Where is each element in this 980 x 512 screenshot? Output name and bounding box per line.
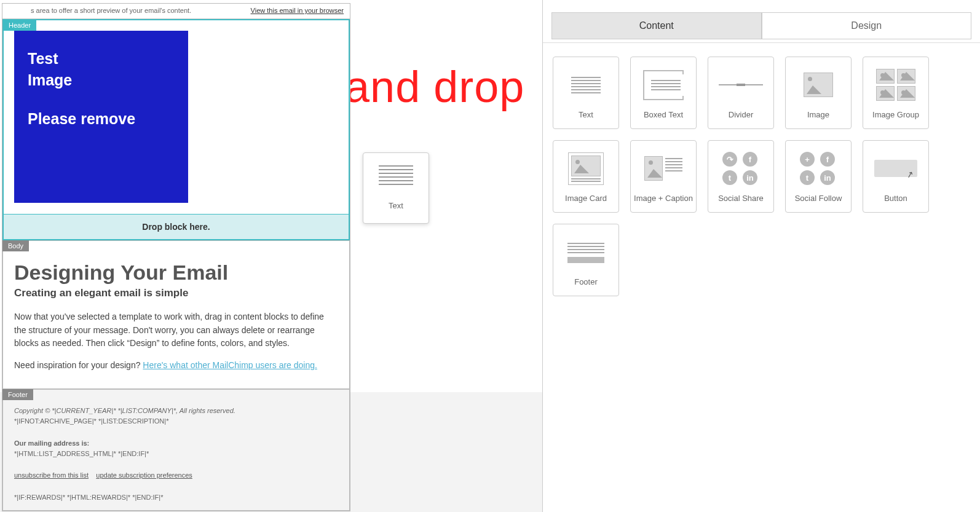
- header-section[interactable]: Header Test Image Please remove Drop blo…: [2, 19, 350, 240]
- email-preview-frame: s area to offer a short preview of your …: [2, 3, 350, 511]
- image-group-icon: [874, 65, 918, 105]
- block-image[interactable]: Image: [785, 57, 852, 129]
- footer-rewards: *|IF:REWARDS|* *|HTML:REWARDS|* *|END:IF…: [14, 492, 338, 503]
- button-icon: [874, 148, 918, 189]
- body-section[interactable]: Body Designing Your Email Creating an el…: [2, 240, 350, 389]
- view-in-browser-link[interactable]: View this email in your browser: [251, 7, 344, 14]
- image-caption-icon: [641, 148, 686, 189]
- update-preferences-link[interactable]: update subscription preferences: [96, 471, 192, 479]
- footer-mailing-label: Our mailing address is:: [14, 438, 338, 449]
- footer-mailing-value: *|HTML:LIST_ADDRESS_HTML|* *|END:IF|*: [14, 449, 338, 460]
- test-image-block[interactable]: Test Image Please remove: [14, 31, 188, 203]
- divider-icon: [719, 65, 763, 105]
- footer-archive-line: *|IFNOT:ARCHIVE_PAGE|* *|LIST:DESCRIPTIO…: [14, 416, 338, 427]
- drop-zone[interactable]: Drop block here.: [4, 214, 349, 239]
- block-image-label: Image: [786, 110, 851, 119]
- header-section-tag: Header: [3, 20, 36, 31]
- block-image-group[interactable]: Image Group: [863, 57, 929, 129]
- social-share-icon: ↷ftin: [719, 148, 763, 189]
- preview-text: s area to offer a short preview of your …: [31, 7, 191, 14]
- unsubscribe-link[interactable]: unsubscribe from this list: [14, 471, 89, 479]
- body-section-tag: Body: [2, 240, 29, 251]
- text-icon: [564, 65, 608, 105]
- dragging-block-label: Text: [363, 201, 429, 210]
- footer-copyright: Copyright © *|CURRENT_YEAR|* *|LIST:COMP…: [14, 406, 338, 417]
- block-social-follow-label: Social Follow: [786, 194, 851, 203]
- dragging-text-block[interactable]: Text: [363, 152, 429, 224]
- text-lines-icon: [376, 162, 416, 192]
- body-heading: Designing Your Email: [14, 261, 338, 285]
- body-paragraph-2: Need inspiration for your design? Here's…: [14, 359, 338, 372]
- right-panel: Content Design Text Boxed Text Divider I…: [542, 0, 980, 512]
- block-divider-label: Divider: [708, 110, 773, 119]
- block-social-share-label: Social Share: [708, 194, 773, 203]
- block-text[interactable]: Text: [553, 57, 619, 129]
- social-follow-icon: +ftin: [796, 148, 840, 189]
- inspiration-link[interactable]: Here's what other MailChimp users are do…: [143, 360, 317, 370]
- block-image-caption-label: Image + Caption: [631, 194, 696, 203]
- footer-section[interactable]: Footer Copyright © *|CURRENT_YEAR|* *|LI…: [2, 389, 350, 511]
- tab-design[interactable]: Design: [762, 12, 972, 39]
- block-button-label: Button: [863, 194, 928, 203]
- image-card-icon: [564, 148, 608, 189]
- body-subheading: Creating an elegant email is simple: [14, 287, 338, 299]
- body-paragraph-1: Now that you've selected a template to w…: [14, 310, 338, 350]
- tab-content[interactable]: Content: [551, 12, 762, 39]
- image-icon: [796, 65, 840, 105]
- block-image-card-label: Image Card: [553, 194, 618, 203]
- footer-icon: [564, 232, 608, 272]
- test-image-line3: Please remove: [28, 108, 175, 130]
- block-text-label: Text: [553, 110, 618, 119]
- block-image-caption[interactable]: Image + Caption: [630, 140, 697, 213]
- block-footer-label: Footer: [553, 277, 618, 286]
- block-boxed-text[interactable]: Boxed Text: [630, 57, 697, 129]
- footer-section-tag: Footer: [2, 389, 33, 400]
- block-boxed-text-label: Boxed Text: [631, 110, 696, 119]
- block-footer[interactable]: Footer: [553, 224, 619, 296]
- block-image-group-label: Image Group: [863, 110, 928, 119]
- block-divider[interactable]: Divider: [708, 57, 774, 129]
- block-image-card[interactable]: Image Card: [553, 140, 619, 213]
- boxed-text-icon: [641, 65, 686, 105]
- block-social-share[interactable]: ↷ftin Social Share: [708, 140, 774, 213]
- block-social-follow[interactable]: +ftin Social Follow: [785, 140, 852, 213]
- test-image-line2: Image: [28, 69, 175, 91]
- block-button[interactable]: Button: [863, 140, 929, 213]
- test-image-line1: Test: [28, 48, 175, 69]
